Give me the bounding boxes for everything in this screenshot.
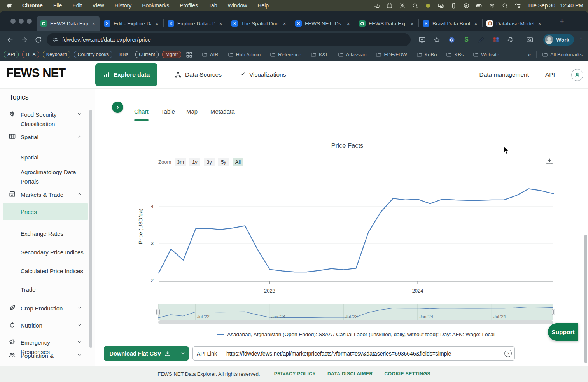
header-link-data-management[interactable]: Data management xyxy=(479,71,529,78)
menubar-item-chrome[interactable]: Chrome xyxy=(22,2,43,9)
window-close-button[interactable] xyxy=(10,19,16,24)
s-extension-icon[interactable]: S xyxy=(461,34,472,45)
download-flat-csv-button[interactable]: Download Flat CSV xyxy=(104,346,177,361)
tab-close-icon[interactable]: × xyxy=(91,20,96,27)
navigator-scrollbar[interactable] xyxy=(158,320,553,324)
bookmark-folder-atlassian[interactable]: Atlassian xyxy=(338,52,367,58)
browser-tab-fews-net-ids[interactable]: ✕FEWS NET IDs -× xyxy=(291,16,355,31)
tab-table[interactable]: Table xyxy=(161,108,175,115)
wifi-icon[interactable] xyxy=(489,2,495,9)
sidebar-item-exchange-rates[interactable]: Exchange Rates xyxy=(3,225,88,242)
bookmark-folder-air[interactable]: AIR xyxy=(202,52,219,58)
sidebar-item-population[interactable]: Population & xyxy=(3,347,88,364)
site-settings-icon[interactable] xyxy=(52,37,58,43)
tab-close-icon[interactable]: × xyxy=(473,20,478,27)
nav-data-sources[interactable]: Data Sources xyxy=(175,71,222,78)
menubar-item-help[interactable]: Help xyxy=(257,2,269,9)
browser-tab-brazil-data-book[interactable]: ✕Brazil Data Book× xyxy=(419,16,482,31)
tab-close-icon[interactable]: × xyxy=(282,20,287,27)
menubar-item-view[interactable]: View xyxy=(93,2,104,9)
browser-tab-database-model[interactable]: Database Model× xyxy=(483,16,546,31)
sidebar-item-secondary-price-indices[interactable]: Secondary Price Indices xyxy=(3,244,88,261)
bookmark-folder-website[interactable]: Website xyxy=(473,52,499,58)
tab-close-icon[interactable]: × xyxy=(154,20,159,27)
expand-filters-button[interactable] xyxy=(112,102,123,113)
zoom-5y-button[interactable]: 5y xyxy=(218,158,229,166)
api-link-input[interactable]: https://fdwdev.fews.net/api/marketpricef… xyxy=(221,346,515,361)
new-tab-button[interactable]: + xyxy=(557,16,567,26)
browser-tab-explore-data-d[interactable]: ✕Explore Data - D× xyxy=(164,16,227,31)
zoom-all-button[interactable]: All xyxy=(233,158,243,166)
sidebar-item-nutrition[interactable]: Nutrition xyxy=(3,317,88,334)
url-bar[interactable]: fdwdev.fews.net/data-explorer/price xyxy=(47,33,411,46)
zoom-3y-button[interactable]: 3y xyxy=(204,158,215,166)
support-button[interactable]: Support xyxy=(548,323,578,341)
menubar-item-window[interactable]: Window xyxy=(228,2,247,9)
footer-link-data-disclaimer[interactable]: DATA DISCLAIMER xyxy=(327,371,373,377)
chevron-up-icon[interactable] xyxy=(77,191,82,197)
tab-chart[interactable]: Chart xyxy=(134,108,149,115)
chart-legend[interactable]: Asadabad, Afghanistan (Open Ended): S8AA… xyxy=(158,331,553,337)
tab-close-icon[interactable]: × xyxy=(346,20,351,27)
sidebar-item-spatial[interactable]: Spatial xyxy=(3,128,88,145)
screen-search-icon[interactable] xyxy=(524,34,535,45)
pen-off-icon[interactable] xyxy=(399,2,406,9)
tab-close-icon[interactable]: × xyxy=(537,20,542,27)
control-center-icon[interactable] xyxy=(514,2,521,9)
search-icon[interactable] xyxy=(502,2,508,9)
extensions-puzzle-icon[interactable] xyxy=(505,34,516,45)
menubar-item-edit[interactable]: Edit xyxy=(72,2,82,9)
user-avatar-button[interactable] xyxy=(571,69,583,81)
menubar-item-file[interactable]: File xyxy=(53,2,62,9)
menubar-clock[interactable]: Tue Sep 30 12:40 PM xyxy=(527,2,583,9)
fews-net-logo[interactable]: FEWS NET xyxy=(6,66,65,80)
install-app-icon[interactable] xyxy=(416,34,427,45)
bookmark-chip-current[interactable]: Current xyxy=(135,51,159,58)
chevron-down-icon[interactable] xyxy=(77,322,82,328)
menubar-item-bookmarks[interactable]: Bookmarks xyxy=(142,2,169,9)
nav-explore-data[interactable]: Explore data xyxy=(95,63,158,86)
forward-button[interactable] xyxy=(19,34,30,45)
browser-tab-fews-data-explo[interactable]: FEWS Data Explo× xyxy=(355,16,418,31)
tab-close-icon[interactable]: × xyxy=(410,20,415,27)
sidebar-item-food-security-classification[interactable]: Food Security Classification xyxy=(3,106,88,123)
chevron-down-icon[interactable] xyxy=(77,339,82,345)
chevron-down-icon[interactable] xyxy=(77,352,82,358)
browser-tab-fews-data-explo[interactable]: FEWS Data Explo× xyxy=(37,16,100,31)
api-help-icon[interactable]: ? xyxy=(504,350,512,357)
chart-download-icon[interactable] xyxy=(546,158,553,165)
screen-mirror-icon[interactable] xyxy=(438,2,444,9)
download-options-button[interactable] xyxy=(177,346,189,361)
sidebar-item-trade[interactable]: Trade xyxy=(3,281,88,298)
nav-visualizations[interactable]: Visualizations xyxy=(239,71,286,78)
browser-menu-icon[interactable]: ⋮ xyxy=(578,36,584,44)
bookmark-folder-fde-fdw[interactable]: FDE/FDW xyxy=(376,52,407,58)
sidebar-item-markets-trade[interactable]: Markets & Trade xyxy=(3,186,88,203)
bookmark-chip-hea[interactable]: HEA xyxy=(22,51,39,58)
bookmark-folder-kobo[interactable]: KoBo xyxy=(416,52,437,58)
tab-map[interactable]: Map xyxy=(186,108,198,115)
back-button[interactable] xyxy=(5,34,16,45)
bookmark-chip-country-books[interactable]: Country books xyxy=(74,51,112,58)
url-text[interactable]: fdwdev.fews.net/data-explorer/price xyxy=(62,37,151,43)
apple-menu-icon[interactable] xyxy=(7,2,13,9)
calendar-icon[interactable] xyxy=(386,2,393,9)
bookmark-chip-kbs[interactable]: KBs xyxy=(116,51,132,58)
bookmark-star-icon[interactable] xyxy=(431,34,442,45)
tab-metadata[interactable]: Metadata xyxy=(210,108,235,115)
sidebar-item-calculated-price-indices[interactable]: Calculated Price Indices xyxy=(3,262,88,279)
bookmark-chip-keyboard[interactable]: Keyboard xyxy=(43,51,71,58)
bookmark-chip-api[interactable]: API xyxy=(4,51,19,58)
apps-grid-icon[interactable] xyxy=(185,49,194,60)
footer-link-cookie-settings[interactable]: COOKIE SETTINGS xyxy=(385,371,430,377)
battery-icon[interactable] xyxy=(476,2,483,9)
header-link-api[interactable]: API xyxy=(545,71,555,78)
bookmark-folder-kbs[interactable]: KBs xyxy=(446,52,464,58)
grid-extension-icon[interactable] xyxy=(490,34,501,45)
sidebar-scrollbar[interactable] xyxy=(89,110,92,348)
bookmarks-overflow-button[interactable]: » xyxy=(528,51,531,58)
teams-icon[interactable] xyxy=(373,2,380,9)
price-line-chart[interactable] xyxy=(154,167,558,296)
navigator-handle-left[interactable] xyxy=(156,309,160,315)
profile-button[interactable]: Work xyxy=(543,34,574,46)
